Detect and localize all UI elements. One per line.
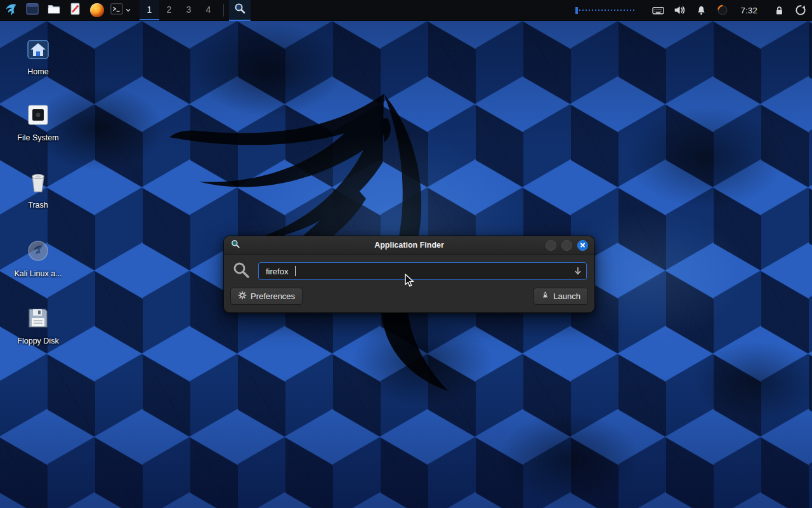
file-manager-launcher[interactable] [22, 0, 43, 21]
terminal-icon [110, 2, 124, 18]
workspace-3[interactable]: 3 [179, 0, 199, 20]
window-icon [25, 2, 39, 18]
desktop-icon-home[interactable]: Home [5, 35, 71, 76]
application-finder-app-icon [230, 239, 240, 251]
text-editor-icon [69, 2, 82, 18]
folder-icon [47, 2, 61, 18]
panel-separator [223, 4, 224, 17]
globe-status-icon[interactable] [716, 0, 729, 21]
window-title: Application Finder [224, 241, 594, 250]
firefox-launcher[interactable] [86, 0, 108, 21]
kali-logo-icon [3, 1, 18, 19]
volume-icon[interactable] [673, 0, 686, 21]
search-input[interactable] [258, 262, 587, 280]
desktop-icon-label: Floppy Disk [17, 337, 58, 345]
preferences-label: Preferences [251, 291, 295, 301]
floppy-disk-icon [24, 304, 52, 332]
desktop-icon-floppy-disk[interactable]: Floppy Disk [5, 304, 71, 345]
launch-label: Launch [553, 291, 580, 301]
notification-bell-icon[interactable] [695, 0, 707, 21]
minimize-button[interactable] [546, 240, 556, 251]
search-row [224, 255, 594, 282]
desktop-icon-label: Home [27, 67, 48, 76]
application-finder-task-icon [233, 2, 246, 17]
desktop-icon-label: Kali Linux a... [14, 269, 62, 278]
top-panel: 1 2 3 4 [0, 0, 812, 21]
maximize-button[interactable] [561, 240, 572, 251]
workspace-switcher: 1 2 3 4 [140, 0, 218, 20]
kali-docs-icon [24, 237, 52, 265]
launch-button[interactable]: Launch [534, 288, 588, 305]
button-row: Preferences Launch [224, 282, 594, 305]
titlebar[interactable]: Application Finder [224, 236, 594, 255]
gear-icon [238, 291, 247, 302]
desktop-icon-kali-docs[interactable]: Kali Linux a... [5, 237, 71, 278]
text-cursor [295, 266, 296, 276]
file-system-drive-icon [24, 101, 52, 129]
desktop-icon-file-system[interactable]: File System [5, 101, 71, 142]
workspace-4[interactable]: 4 [199, 0, 218, 20]
workspace-1[interactable]: 1 [140, 0, 159, 20]
dropdown-arrow-icon[interactable] [573, 266, 582, 279]
chevron-down-icon[interactable] [125, 4, 131, 16]
keyboard-indicator-icon[interactable] [652, 0, 664, 21]
workspace-2[interactable]: 2 [159, 0, 179, 20]
preferences-button[interactable]: Preferences [230, 288, 303, 305]
close-button[interactable] [577, 240, 588, 251]
desktop-icon-trash[interactable]: Trash [5, 168, 71, 210]
text-editor-launcher[interactable] [65, 0, 86, 21]
desktop-icon-label: File System [17, 133, 58, 142]
home-icon [24, 35, 52, 63]
folder-launcher[interactable] [43, 0, 65, 21]
desktop-icon-label: Trash [28, 201, 48, 210]
trash-icon [24, 168, 52, 196]
kali-menu-button[interactable] [0, 0, 22, 21]
lock-screen-icon[interactable] [773, 0, 785, 21]
launch-rocket-icon [541, 291, 549, 302]
panel-left-section: 1 2 3 4 [0, 0, 251, 20]
window-controls [546, 240, 588, 251]
search-field-wrapper [258, 262, 587, 280]
system-tray: 7:32 [575, 0, 812, 20]
logout-power-icon[interactable] [794, 0, 807, 21]
taskbar-application-finder[interactable] [229, 0, 251, 21]
firefox-icon [90, 3, 104, 17]
clock[interactable]: 7:32 [738, 6, 760, 15]
system-monitor-graph[interactable] [575, 4, 636, 16]
terminal-launcher[interactable] [108, 0, 133, 21]
search-icon [232, 260, 251, 282]
desktop-wallpaper: Home File System Trash [0, 21, 812, 508]
application-finder-window: Application Finder [223, 236, 595, 313]
